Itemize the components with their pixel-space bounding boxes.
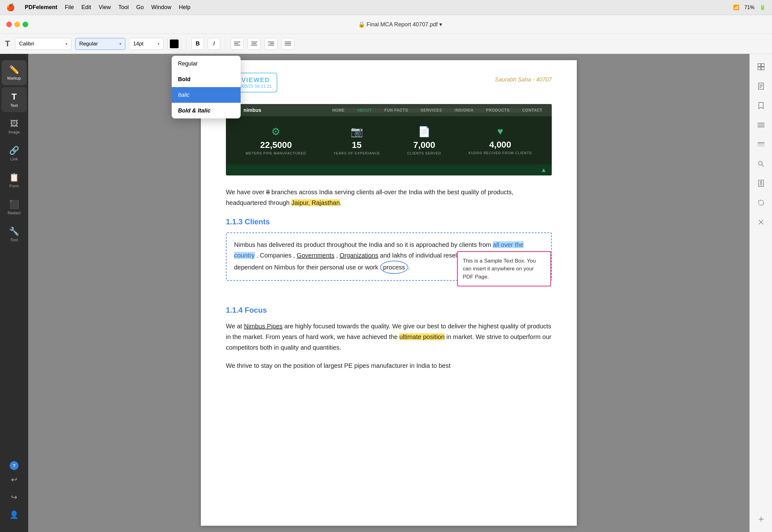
sidebar-label-text: Text: [10, 103, 18, 108]
banner-nav: HOME ABOUT FUN FACTS SERVICES INSIGNIA P…: [332, 108, 542, 112]
svg-rect-28: [759, 180, 764, 186]
maximize-button[interactable]: [23, 22, 28, 27]
nav-contact[interactable]: CONTACT: [522, 108, 542, 112]
menu-bar: 🍎 PDFelement File Edit View Tool Go Wind…: [0, 0, 772, 15]
nav-funfacts[interactable]: FUN FACTS: [384, 108, 408, 112]
stat-kudos: ♥ 4,000 KUDOS RECIVED FROM CLIENTS: [468, 126, 532, 155]
sidebar-item-markup[interactable]: ✏️ Markup: [2, 60, 27, 85]
nav-about[interactable]: ABOUT: [357, 108, 372, 112]
sidebar-item-form[interactable]: 📋 Form: [2, 168, 27, 193]
sidebar-item-tool[interactable]: 🔧 Tool: [2, 222, 27, 247]
close-panel-button[interactable]: [753, 214, 769, 230]
circle-process: process: [380, 261, 408, 274]
align-justify-button[interactable]: [281, 38, 295, 50]
thumbnail-button[interactable]: [753, 137, 769, 152]
sidebar-item-text[interactable]: T Text: [2, 87, 27, 112]
menu-view[interactable]: View: [99, 4, 111, 11]
svg-rect-14: [758, 67, 761, 70]
font-option-regular[interactable]: Regular: [172, 56, 241, 71]
font-option-bold[interactable]: Bold: [172, 71, 241, 87]
main-area: ✏️ Markup T Text 🖼 Image 🔗 Link 📋 Form ⬛: [0, 54, 772, 532]
page-info-button[interactable]: [753, 175, 769, 191]
banner-image: 🌿 nimbus HOME ABOUT FUN FACTS SERVICES I…: [226, 104, 552, 175]
section-heading-focus: 1.1.4 Focus: [226, 306, 552, 315]
menu-edit[interactable]: Edit: [81, 4, 91, 11]
toolbar: T Calibri ▾ Regular ▾ 14pt ▾ B I: [0, 34, 772, 54]
bold-button[interactable]: B: [191, 38, 204, 50]
sidebar-item-link[interactable]: 🔗 Link: [2, 141, 27, 166]
app-window: 🔒 Final MCA Report 40707.pdf ▾ T Calibri…: [0, 15, 772, 532]
color-swatch: [170, 39, 179, 48]
font-style-dropdown[interactable]: Regular ▾: [75, 38, 125, 50]
nav-home[interactable]: HOME: [332, 108, 345, 112]
menu-pdfelement[interactable]: PDFelement: [25, 4, 57, 11]
font-size-value: 14pt: [133, 41, 143, 47]
close-button[interactable]: [6, 22, 12, 27]
undo-button[interactable]: ↩: [6, 472, 22, 488]
chevron-down-icon: ▾: [158, 42, 159, 46]
chevron-down-icon: ▾: [65, 42, 67, 46]
font-option-italic[interactable]: Italic: [172, 87, 241, 103]
apple-menu[interactable]: 🍎: [6, 3, 15, 12]
page-view-button[interactable]: [753, 78, 769, 94]
stat-number-kudos: 4,000: [468, 140, 532, 150]
color-picker-button[interactable]: [167, 38, 181, 50]
nav-services[interactable]: SERVICES: [420, 108, 442, 112]
window-title: 🔒 Final MCA Report 40707.pdf ▾: [34, 21, 766, 28]
font-family-dropdown[interactable]: Calibri ▾: [15, 38, 71, 50]
left-sidebar: ✏️ Markup T Text 🖼 Image 🔗 Link 📋 Form ⬛: [0, 54, 28, 532]
nav-products[interactable]: PRODUCTS: [486, 108, 510, 112]
document-icon: 📄: [407, 126, 441, 138]
menu-help[interactable]: Help: [179, 4, 190, 11]
stat-years: 📷 15 YEARS OF EXPERIANCE: [333, 126, 380, 155]
user-icon[interactable]: 👤: [6, 507, 22, 523]
separator: [225, 38, 226, 50]
document-area[interactable]: REVIEWED 2020/05/25 08:21:21 Saurabh Sah…: [28, 54, 749, 532]
text-format-icon: T: [5, 39, 10, 49]
nimbus-pipes-text: Nimbus Pipes: [244, 323, 282, 330]
link-icon: 🔗: [9, 146, 19, 155]
nav-insignia[interactable]: INSIGNIA: [455, 108, 474, 112]
form-icon: 📋: [9, 173, 19, 182]
redo-button[interactable]: ↪: [6, 489, 22, 505]
stat-label-years: YEARS OF EXPERIANCE: [333, 151, 380, 155]
bookmark-button[interactable]: [753, 98, 769, 113]
grid-view-button[interactable]: [753, 59, 769, 75]
menu-go[interactable]: Go: [136, 4, 144, 11]
sidebar-item-redact[interactable]: ⬛ Redact: [2, 195, 27, 220]
menu-file[interactable]: File: [65, 4, 74, 11]
menu-tool[interactable]: Tool: [118, 4, 129, 11]
organizations-text: Organizations: [340, 252, 378, 259]
font-size-dropdown[interactable]: 14pt ▾: [129, 38, 164, 50]
minimize-button[interactable]: [14, 22, 20, 27]
align-center-button[interactable]: [248, 38, 261, 50]
gear-icon: ⚙: [246, 126, 306, 138]
stat-label-kudos: KUDOS RECIVED FROM CLIENTS: [468, 151, 532, 155]
title-bar: 🔒 Final MCA Report 40707.pdf ▾: [0, 15, 772, 34]
separator: [186, 38, 186, 50]
search-button[interactable]: [753, 156, 769, 172]
menu-window[interactable]: Window: [151, 4, 171, 11]
crop-button[interactable]: [753, 195, 769, 211]
help-badge[interactable]: ?: [10, 461, 18, 470]
tool-icon: 🔧: [9, 227, 19, 236]
align-left-button[interactable]: [231, 38, 244, 50]
italic-button[interactable]: I: [208, 38, 220, 50]
heart-icon: ♥: [468, 126, 532, 137]
align-right-button[interactable]: [264, 38, 278, 50]
section-heading-clients: 1.1.3 Clients: [226, 217, 552, 226]
paragraph-thrive: We thrive to stay on the position of lar…: [226, 360, 552, 371]
sidebar-item-image[interactable]: 🖼 Image: [2, 114, 27, 139]
list-view-button[interactable]: [753, 117, 769, 133]
highlight-location: Jaipur, Rajasthan: [291, 199, 340, 206]
font-option-bold-italic[interactable]: Bold & Italic: [172, 103, 241, 118]
sidebar-label-redact: Redact: [8, 211, 20, 215]
text-icon: T: [11, 92, 17, 102]
highlight-ultimate: ultimate position: [399, 333, 445, 340]
stat-pipes: ⚙ 22,5000 METERS PIPE MANUFACTURED: [246, 126, 306, 155]
chevron-down-icon[interactable]: ▾: [439, 21, 442, 28]
font-style-dropdown-menu[interactable]: Regular Bold Italic Bold & Italic: [172, 56, 241, 118]
pdf-page: REVIEWED 2020/05/25 08:21:21 Saurabh Sah…: [201, 60, 577, 526]
chevron-down-icon: ▾: [119, 42, 121, 46]
add-button[interactable]: [753, 511, 769, 527]
